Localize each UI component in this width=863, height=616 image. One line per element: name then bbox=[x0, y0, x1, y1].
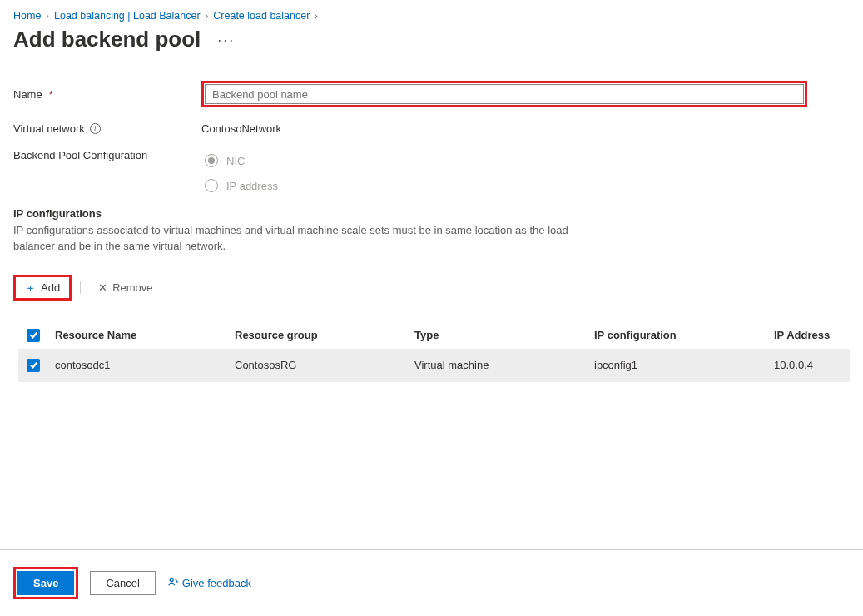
give-feedback-link[interactable]: Give feedback bbox=[167, 576, 251, 590]
svg-point-0 bbox=[170, 578, 173, 581]
feedback-icon bbox=[167, 576, 179, 590]
vnet-label: Virtual network i bbox=[13, 122, 201, 135]
row-checkbox[interactable] bbox=[27, 359, 40, 372]
info-icon[interactable]: i bbox=[90, 123, 101, 134]
give-feedback-label: Give feedback bbox=[182, 577, 251, 589]
select-all-checkbox[interactable] bbox=[27, 329, 40, 342]
ip-config-description: IP configurations associated to virtual … bbox=[13, 223, 613, 255]
breadcrumb-loadbalancing[interactable]: Load balancing | Load Balancer bbox=[54, 10, 201, 22]
vnet-value: ContosoNetwork bbox=[201, 122, 850, 135]
col-resource-name[interactable]: Resource Name bbox=[55, 329, 235, 341]
table-header: Resource Name Resource group Type IP con… bbox=[18, 322, 850, 349]
backend-config-radio-group: NIC IP address bbox=[201, 149, 850, 192]
backend-pool-name-input[interactable] bbox=[205, 84, 804, 104]
more-button[interactable]: ··· bbox=[217, 32, 235, 47]
radio-nic[interactable]: NIC bbox=[205, 154, 850, 167]
highlight-name-input bbox=[201, 81, 807, 107]
cell-resource-group: ContososRG bbox=[235, 359, 414, 371]
highlight-add-button: ＋ Add bbox=[13, 275, 72, 301]
chevron-right-icon: › bbox=[206, 11, 209, 21]
add-button[interactable]: ＋ Add bbox=[16, 277, 69, 298]
cell-resource-name: contosodc1 bbox=[55, 359, 235, 371]
add-button-label: Add bbox=[41, 281, 60, 294]
table-row[interactable]: contosodc1 ContososRG Virtual machine ip… bbox=[18, 349, 850, 382]
radio-ip-address[interactable]: IP address bbox=[205, 179, 850, 192]
breadcrumb-home[interactable]: Home bbox=[13, 10, 41, 22]
footer-bar: Save Cancel Give feedback bbox=[0, 549, 863, 616]
highlight-save-button: Save bbox=[13, 567, 78, 599]
col-ip-address[interactable]: IP Address bbox=[774, 329, 850, 341]
radio-icon bbox=[205, 154, 218, 167]
cancel-button[interactable]: Cancel bbox=[90, 571, 155, 595]
cell-ip-address: 10.0.0.4 bbox=[774, 359, 850, 371]
remove-button[interactable]: ✕ Remove bbox=[89, 277, 161, 298]
radio-ip-label: IP address bbox=[226, 180, 278, 192]
toolbar-divider bbox=[80, 281, 81, 294]
remove-button-label: Remove bbox=[112, 281, 152, 294]
radio-icon bbox=[205, 179, 218, 192]
col-type[interactable]: Type bbox=[414, 329, 594, 341]
radio-nic-label: NIC bbox=[226, 155, 245, 167]
page-title: Add backend pool bbox=[13, 27, 201, 52]
chevron-right-icon: › bbox=[315, 11, 318, 21]
col-ip-configuration[interactable]: IP configuration bbox=[594, 329, 774, 341]
breadcrumb-create-lb[interactable]: Create load balancer bbox=[213, 10, 310, 22]
ip-config-title: IP configurations bbox=[13, 207, 850, 220]
backend-config-label: Backend Pool Configuration bbox=[13, 149, 201, 161]
form: Name* Virtual network i ContosoNetwork B… bbox=[13, 81, 850, 192]
close-icon: ✕ bbox=[98, 282, 107, 293]
plus-icon: ＋ bbox=[25, 282, 36, 293]
cell-type: Virtual machine bbox=[414, 359, 594, 371]
ip-config-toolbar: ＋ Add ✕ Remove bbox=[13, 275, 850, 301]
breadcrumb: Home › Load balancing | Load Balancer › … bbox=[13, 10, 850, 22]
ip-config-table: Resource Name Resource group Type IP con… bbox=[18, 322, 850, 382]
col-resource-group[interactable]: Resource group bbox=[235, 329, 414, 341]
name-label: Name* bbox=[13, 88, 201, 101]
cell-ip-configuration: ipconfig1 bbox=[594, 359, 774, 371]
save-button[interactable]: Save bbox=[17, 571, 74, 595]
chevron-right-icon: › bbox=[46, 11, 49, 21]
